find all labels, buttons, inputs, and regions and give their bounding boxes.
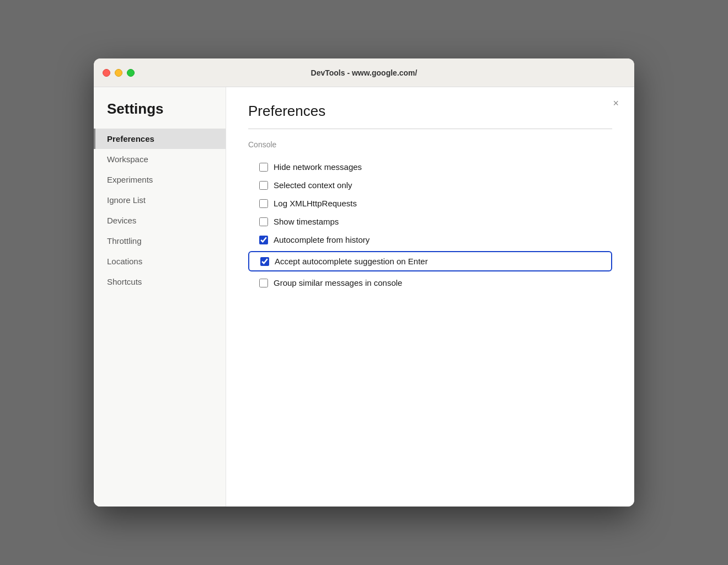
checkbox-show-timestamps: Show timestamps (248, 212, 612, 231)
sidebar-item-workspace[interactable]: Workspace (94, 149, 226, 169)
accept-autocomplete-label[interactable]: Accept autocomplete suggestion on Enter (275, 257, 428, 266)
close-traffic-light[interactable] (103, 69, 110, 77)
sidebar-item-experiments[interactable]: Experiments (94, 169, 226, 190)
show-timestamps-label[interactable]: Show timestamps (274, 217, 339, 226)
sidebar-item-shortcuts[interactable]: Shortcuts (94, 271, 226, 292)
maximize-traffic-light[interactable] (127, 69, 135, 77)
accept-autocomplete-checkbox[interactable] (260, 257, 269, 266)
sidebar: Settings Preferences Workspace Experimen… (94, 87, 226, 507)
page-title: Preferences (248, 103, 612, 120)
devtools-window: DevTools - www.google.com/ Settings Pref… (94, 58, 634, 507)
sidebar-item-preferences[interactable]: Preferences (94, 129, 226, 149)
checkbox-accept-autocomplete: Accept autocomplete suggestion on Enter (248, 251, 612, 271)
divider (248, 129, 612, 129)
group-similar-label[interactable]: Group similar messages in console (274, 278, 402, 287)
traffic-lights (103, 69, 135, 77)
autocomplete-history-label[interactable]: Autocomplete from history (274, 235, 370, 244)
hide-network-checkbox[interactable] (259, 163, 268, 172)
checkbox-log-xmlhttp: Log XMLHttpRequests (248, 194, 612, 212)
selected-context-checkbox[interactable] (259, 181, 268, 190)
minimize-traffic-light[interactable] (115, 69, 122, 77)
sidebar-item-locations[interactable]: Locations (94, 251, 226, 271)
close-button[interactable]: × (608, 96, 623, 110)
subsection-title: Console (248, 140, 612, 149)
checkbox-group-similar: Group similar messages in console (248, 274, 612, 292)
selected-context-label[interactable]: Selected context only (274, 180, 352, 190)
show-timestamps-checkbox[interactable] (259, 217, 268, 226)
log-xmlhttp-checkbox[interactable] (259, 199, 268, 208)
checkbox-hide-network: Hide network messages (248, 158, 612, 176)
window-title: DevTools - www.google.com/ (311, 68, 417, 77)
group-similar-checkbox[interactable] (259, 279, 268, 287)
content-area: Settings Preferences Workspace Experimen… (94, 87, 634, 507)
sidebar-item-ignore-list[interactable]: Ignore List (94, 190, 226, 210)
sidebar-item-throttling[interactable]: Throttling (94, 231, 226, 251)
autocomplete-history-checkbox[interactable] (259, 236, 268, 244)
sidebar-item-devices[interactable]: Devices (94, 210, 226, 231)
main-content: × Preferences Console Hide network messa… (226, 87, 634, 507)
checkbox-selected-context: Selected context only (248, 176, 612, 194)
log-xmlhttp-label[interactable]: Log XMLHttpRequests (274, 199, 357, 208)
sidebar-heading: Settings (94, 100, 226, 129)
checkbox-autocomplete-history: Autocomplete from history (248, 231, 612, 249)
hide-network-label[interactable]: Hide network messages (274, 162, 362, 172)
title-bar: DevTools - www.google.com/ (94, 58, 634, 87)
